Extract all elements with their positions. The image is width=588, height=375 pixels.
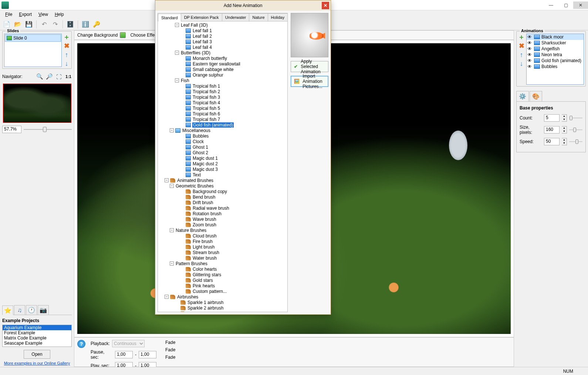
tree-node[interactable]: −Airbrushes	[158, 294, 287, 300]
animation-item[interactable]: 👁Black moor	[527, 34, 584, 40]
tree-node[interactable]: Glittering stars	[158, 272, 287, 277]
tree-node[interactable]: Eastern tiger swallowtail	[158, 61, 287, 67]
maximize-button[interactable]: ▢	[558, 1, 573, 9]
save-icon[interactable]: 💾	[24, 20, 33, 29]
tree-node[interactable]: Tropical fish 1	[158, 83, 287, 89]
dialog-tab[interactable]: Holiday	[268, 13, 288, 21]
tree-node[interactable]: −Butterflies (3D)	[158, 50, 287, 55]
add-slide-icon[interactable]: ＋	[63, 34, 70, 40]
expand-icon[interactable]: −	[165, 178, 169, 182]
menu-export[interactable]: Export	[16, 11, 35, 18]
tree-node[interactable]: Tropical fish 5	[158, 105, 287, 111]
expand-icon[interactable]: −	[170, 128, 174, 132]
help-icon[interactable]: ?	[77, 340, 85, 348]
tree-node[interactable]: Rotation brush	[158, 211, 287, 216]
tree-node[interactable]: Orange sulphur	[158, 72, 287, 78]
move-animation-down-icon[interactable]: ↓	[518, 60, 525, 67]
zoom-in-icon[interactable]: 🔍	[36, 73, 43, 80]
tree-node[interactable]: Cloud brush	[158, 233, 287, 239]
slide-item[interactable]: Slide 0	[5, 34, 61, 42]
tree-node[interactable]: Sparkle 3 airbrush	[158, 311, 287, 312]
tree-node[interactable]: Tropical fish 7	[158, 116, 287, 122]
example-item[interactable]: Forest Example	[3, 330, 71, 335]
dialog-close-button[interactable]: ✕	[322, 2, 329, 9]
tree-node[interactable]: Clock	[158, 139, 287, 144]
move-animation-up-icon[interactable]: ↑	[518, 51, 525, 58]
tree-node[interactable]: Small cabbage white	[158, 67, 287, 72]
visibility-icon[interactable]: 👁	[527, 40, 533, 45]
info-icon[interactable]: ℹ️	[81, 20, 90, 29]
tree-node[interactable]: Magic dust 3	[158, 166, 287, 172]
example-item[interactable]: Matrix Code Example	[3, 335, 71, 341]
visibility-icon[interactable]: 👁	[527, 64, 533, 69]
menu-view[interactable]: View	[36, 11, 51, 18]
animations-list[interactable]: 👁Black moor👁Sharksucker👁Angelfish👁Neon t…	[526, 34, 584, 85]
one-to-one-button[interactable]: 1:1	[65, 73, 72, 80]
tab-base-properties[interactable]: ⚙️	[516, 91, 529, 101]
menu-help[interactable]: Help	[52, 11, 67, 18]
tree-node[interactable]: Magic dust 1	[158, 155, 287, 161]
speed-slider[interactable]	[569, 138, 582, 145]
tree-node[interactable]: Fire brush	[158, 239, 287, 244]
speed-spinner[interactable]: ▲▼	[562, 138, 567, 145]
export-icon[interactable]: 🗄️	[66, 20, 75, 29]
tree-node[interactable]: −Nature Brushes	[158, 227, 287, 233]
tree-node[interactable]: Tropical fish 6	[158, 111, 287, 116]
count-spinner[interactable]: ▲▼	[562, 114, 567, 122]
tree-node[interactable]: Leaf fall 1	[158, 28, 287, 33]
minimize-button[interactable]: —	[544, 1, 558, 9]
tab-timer[interactable]: 🕐	[26, 305, 37, 315]
tree-node[interactable]: Water brush	[158, 255, 287, 261]
tree-node[interactable]: Magic dust 2	[158, 161, 287, 166]
navigator-thumbnail[interactable]	[3, 84, 71, 123]
key-icon[interactable]: 🔑	[92, 20, 101, 29]
dialog-tab[interactable]: Nature	[249, 13, 268, 21]
tree-node[interactable]: −Pattern Brushes	[158, 261, 287, 266]
tree-node[interactable]: Ghost 2	[158, 150, 287, 155]
zoom-slider[interactable]	[24, 126, 72, 133]
tree-node[interactable]: Monarch butterfly	[158, 55, 287, 61]
pause-from-input[interactable]: 1,00	[115, 351, 133, 358]
tree-node[interactable]: Tropical fish 4	[158, 100, 287, 105]
size-input[interactable]: 160	[544, 126, 560, 134]
animation-item[interactable]: 👁Sharksucker	[527, 40, 584, 46]
tree-node[interactable]: Bubbles	[158, 133, 287, 139]
animation-item[interactable]: 👁Angelfish	[527, 46, 584, 52]
redo-icon[interactable]: ↷	[51, 20, 60, 29]
expand-icon[interactable]: −	[175, 23, 179, 27]
example-item[interactable]: Seascape Example	[3, 341, 71, 346]
visibility-icon[interactable]: 👁	[527, 46, 533, 51]
tab-camera[interactable]: 📷	[38, 305, 49, 315]
example-item[interactable]: Waterfall Example	[3, 346, 71, 347]
dialog-tab[interactable]: Standard	[158, 14, 181, 21]
tree-node[interactable]: Sparkle 2 airbrush	[158, 305, 287, 311]
tree-node[interactable]: Sparkle 1 airbrush	[158, 300, 287, 305]
move-slide-up-icon[interactable]: ↑	[63, 51, 70, 58]
size-spinner[interactable]: ▲▼	[562, 126, 567, 134]
expand-icon[interactable]: −	[175, 51, 179, 55]
size-slider[interactable]	[569, 126, 582, 133]
count-slider[interactable]	[569, 115, 582, 121]
zoom-out-icon[interactable]: 🔎	[46, 73, 53, 80]
example-projects-list[interactable]: Aquarium ExampleForest ExampleMatrix Cod…	[2, 325, 72, 347]
pause-to-input[interactable]: 1,00	[139, 351, 156, 358]
change-background-icon[interactable]	[120, 32, 126, 38]
expand-icon[interactable]: −	[165, 295, 169, 299]
menu-file[interactable]: File	[2, 11, 15, 18]
tree-node[interactable]: −Animated Brushes	[158, 178, 287, 183]
delete-animation-icon[interactable]: ✖	[518, 43, 525, 49]
visibility-icon[interactable]: 👁	[527, 34, 533, 40]
slides-list[interactable]: Slide 0	[4, 34, 62, 67]
dialog-tab[interactable]: Underwater	[222, 13, 250, 21]
animation-item[interactable]: 👁Gold fish (animated)	[527, 58, 584, 64]
speed-input[interactable]: 50	[544, 138, 560, 145]
delete-slide-icon[interactable]: ✖	[63, 43, 70, 49]
tree-node[interactable]: Radial wave brush	[158, 205, 287, 211]
animation-item[interactable]: 👁Bubbles	[527, 64, 584, 70]
tree-node[interactable]: Zoom brush	[158, 222, 287, 227]
change-background-label[interactable]: Change Background	[77, 33, 118, 38]
new-file-icon[interactable]: 📄	[2, 20, 11, 29]
expand-icon[interactable]: −	[175, 78, 179, 82]
tree-node[interactable]: Gold fish (animated)	[158, 122, 287, 128]
tree-node[interactable]: Light brush	[158, 244, 287, 250]
